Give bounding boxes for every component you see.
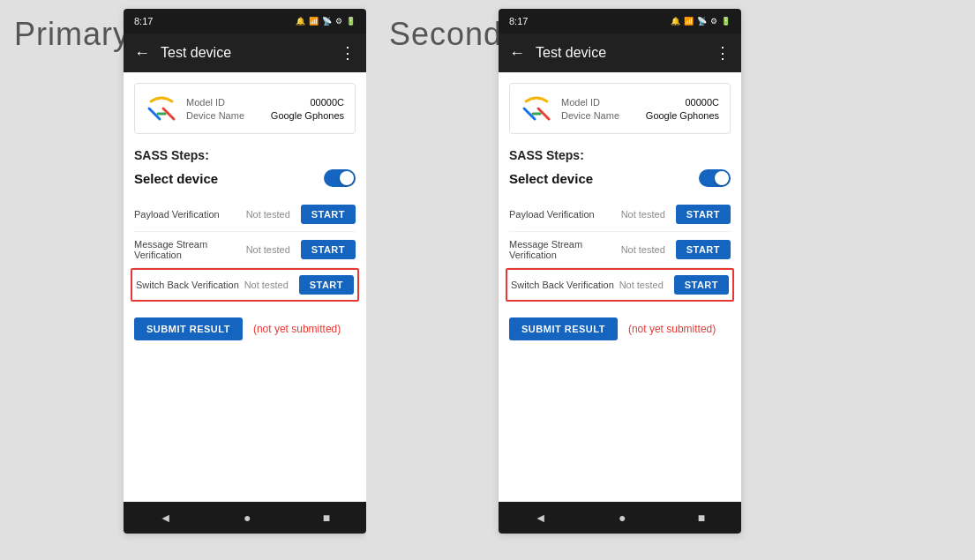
device-card-row: Model ID 00000C Device Name Google Gphon… xyxy=(521,93,719,124)
phone-secondary: 8:17 🔔 📶 📡 ⚙ 🔋 ← Test device ⋮ Model ID … xyxy=(499,9,741,534)
status-bar: 8:17 🔔 📶 📡 ⚙ 🔋 xyxy=(124,9,366,34)
content-area: Model ID 00000C Device Name Google Gphon… xyxy=(124,72,366,502)
submit-status: (not yet submitted) xyxy=(628,323,716,335)
settings-icon: ⚙ xyxy=(710,17,717,26)
device-logo xyxy=(146,93,177,124)
more-options-icon[interactable]: ⋮ xyxy=(340,43,356,63)
back-button[interactable]: ← xyxy=(134,44,150,63)
test-row-2: Switch Back VerificationNot testedSTART xyxy=(506,268,734,302)
device-card: Model ID 00000C Device Name Google Gphon… xyxy=(509,83,731,134)
signal-icon: 📡 xyxy=(322,17,332,26)
app-bar-title: Test device xyxy=(161,45,329,61)
test-row-status-2: Not tested xyxy=(619,280,674,290)
settings-icon: ⚙ xyxy=(335,17,342,26)
test-row-1: Message Stream VerificationNot testedSTA… xyxy=(509,232,731,268)
submit-section: SUBMIT RESULT (not yet submitted) xyxy=(134,314,356,344)
recent-nav-icon[interactable]: ■ xyxy=(698,511,705,525)
test-row-0: Payload VerificationNot testedSTART xyxy=(509,198,731,232)
panel-label-secondary: Secondary xyxy=(375,0,499,560)
signal-icon: 📡 xyxy=(697,17,707,26)
battery-icon: 🔋 xyxy=(721,17,731,26)
panel-label-text-primary: Primary xyxy=(14,16,130,53)
model-id-value: 00000C xyxy=(685,97,719,108)
submit-status: (not yet submitted) xyxy=(253,323,341,335)
model-id-label: Model ID xyxy=(186,97,225,108)
status-time: 8:17 xyxy=(509,16,528,26)
start-button-0[interactable]: START xyxy=(676,205,731,224)
device-card: Model ID 00000C Device Name Google Gphon… xyxy=(134,83,356,134)
home-nav-icon[interactable]: ● xyxy=(244,511,251,525)
test-row-status-0: Not tested xyxy=(621,209,676,220)
test-row-name-2: Switch Back Verification xyxy=(136,280,244,290)
test-row-1: Message Stream VerificationNot testedSTA… xyxy=(134,232,356,268)
nav-bar: ◄ ● ■ xyxy=(124,502,366,534)
select-device-label: Select device xyxy=(509,171,593,186)
model-id-label: Model ID xyxy=(561,97,600,108)
start-button-1[interactable]: START xyxy=(676,240,731,259)
test-row-status-1: Not tested xyxy=(621,244,676,255)
model-id-row: Model ID 00000C xyxy=(561,97,719,108)
test-row-name-2: Switch Back Verification xyxy=(511,280,619,290)
start-button-2[interactable]: START xyxy=(674,275,729,295)
select-device-label: Select device xyxy=(134,171,218,186)
status-icons: 🔔 📶 📡 ⚙ 🔋 xyxy=(296,17,356,26)
test-row-name-1: Message Stream Verification xyxy=(134,239,246,260)
device-info: Model ID 00000C Device Name Google Gphon… xyxy=(186,97,344,121)
test-row-status-2: Not tested xyxy=(244,280,299,290)
model-id-value: 00000C xyxy=(310,97,344,108)
sass-title: SASS Steps: xyxy=(134,148,356,162)
phone-primary: 8:17 🔔 📶 📡 ⚙ 🔋 ← Test device ⋮ Model ID … xyxy=(124,9,366,534)
start-button-0[interactable]: START xyxy=(301,205,356,224)
app-bar: ← Test device ⋮ xyxy=(124,34,366,72)
device-name-value: Google Gphones xyxy=(646,110,719,121)
select-device-row: Select device xyxy=(509,169,731,187)
start-button-1[interactable]: START xyxy=(301,240,356,259)
more-options-icon[interactable]: ⋮ xyxy=(715,43,731,63)
device-name-row: Device Name Google Gphones xyxy=(561,110,719,121)
wifi-icon: 📶 xyxy=(309,17,319,26)
test-row-name-0: Payload Verification xyxy=(134,209,246,220)
select-device-toggle[interactable] xyxy=(324,169,356,187)
test-row-status-0: Not tested xyxy=(246,209,301,220)
test-row-name-1: Message Stream Verification xyxy=(509,239,621,260)
content-area: Model ID 00000C Device Name Google Gphon… xyxy=(499,72,741,502)
nav-bar: ◄ ● ■ xyxy=(499,502,741,534)
panel-separator xyxy=(366,0,375,560)
device-name-label: Device Name xyxy=(186,110,244,121)
back-nav-icon[interactable]: ◄ xyxy=(160,511,172,525)
device-name-row: Device Name Google Gphones xyxy=(186,110,344,121)
device-info: Model ID 00000C Device Name Google Gphon… xyxy=(561,97,719,121)
select-device-toggle[interactable] xyxy=(699,169,731,187)
test-row-name-0: Payload Verification xyxy=(509,209,621,220)
submit-section: SUBMIT RESULT (not yet submitted) xyxy=(509,314,731,344)
back-button[interactable]: ← xyxy=(509,44,525,63)
device-name-value: Google Gphones xyxy=(271,110,344,121)
home-nav-icon[interactable]: ● xyxy=(619,511,626,525)
status-icons: 🔔 📶 📡 ⚙ 🔋 xyxy=(671,17,731,26)
back-nav-icon[interactable]: ◄ xyxy=(535,511,547,525)
test-row-status-1: Not tested xyxy=(246,244,301,255)
device-card-row: Model ID 00000C Device Name Google Gphon… xyxy=(146,93,344,124)
device-logo xyxy=(521,93,552,124)
recent-nav-icon[interactable]: ■ xyxy=(323,511,330,525)
submit-result-button[interactable]: SUBMIT RESULT xyxy=(509,317,618,340)
status-time: 8:17 xyxy=(134,16,153,26)
start-button-2[interactable]: START xyxy=(299,275,354,295)
panel-label-primary: Primary xyxy=(0,0,124,560)
sass-title: SASS Steps: xyxy=(509,148,731,162)
notification-icon: 🔔 xyxy=(296,17,305,26)
app-bar-title: Test device xyxy=(536,45,704,61)
model-id-row: Model ID 00000C xyxy=(186,97,344,108)
battery-icon: 🔋 xyxy=(346,17,356,26)
submit-result-button[interactable]: SUBMIT RESULT xyxy=(134,317,243,340)
test-row-2: Switch Back VerificationNot testedSTART xyxy=(131,268,359,302)
wifi-icon: 📶 xyxy=(684,17,694,26)
status-bar: 8:17 🔔 📶 📡 ⚙ 🔋 xyxy=(499,9,741,34)
test-row-0: Payload VerificationNot testedSTART xyxy=(134,198,356,232)
select-device-row: Select device xyxy=(134,169,356,187)
device-name-label: Device Name xyxy=(561,110,619,121)
app-bar: ← Test device ⋮ xyxy=(499,34,741,72)
notification-icon: 🔔 xyxy=(671,17,680,26)
